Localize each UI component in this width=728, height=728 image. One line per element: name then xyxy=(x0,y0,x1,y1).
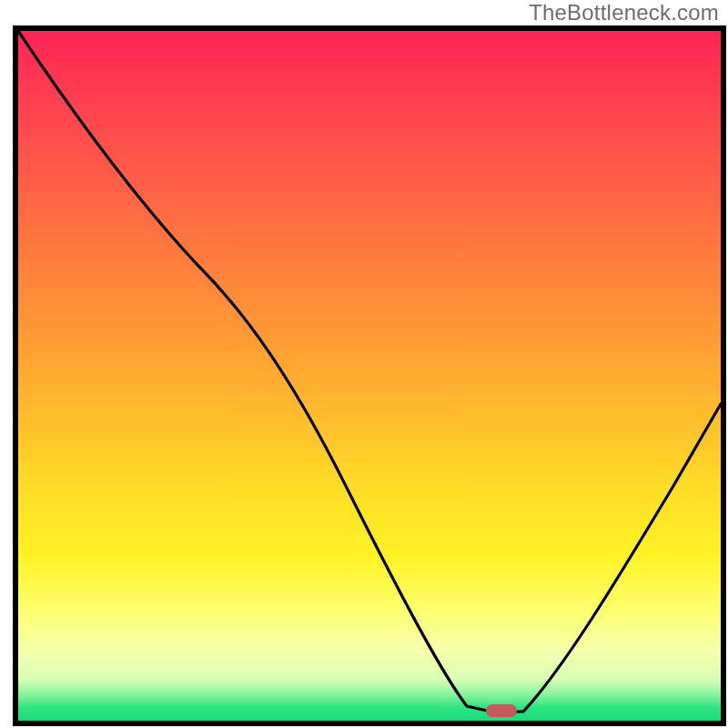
plot-area xyxy=(18,31,721,721)
optimal-marker xyxy=(486,704,517,717)
watermark-text: TheBottleneck.com xyxy=(529,0,719,25)
bottleneck-curve xyxy=(18,31,721,721)
curve-line xyxy=(18,31,721,712)
